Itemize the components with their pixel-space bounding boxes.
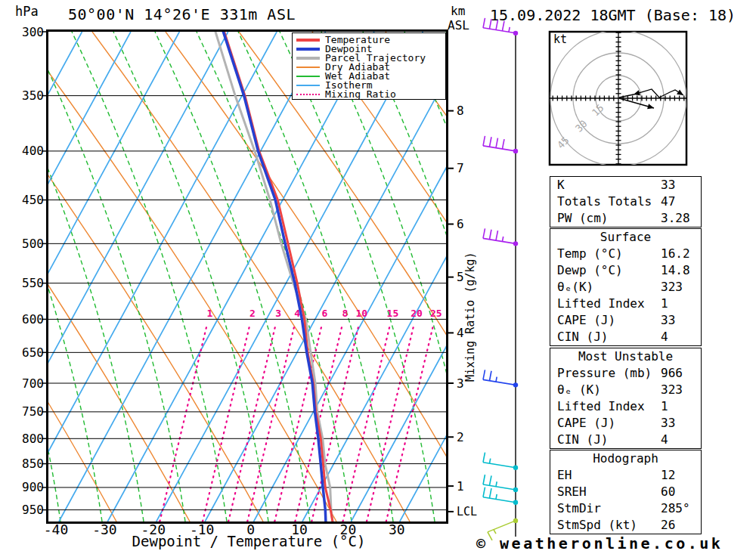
svg-text:900: 900 [22,480,44,494]
row-label: StmSpd (kt) [557,518,637,532]
legend-swatch [296,85,320,86]
parcel-trajectory-line [215,32,333,522]
pressure-axis: 3003504004505005506006507007508008509009… [22,25,47,518]
table-row: Pressure (mb)966 [550,365,701,382]
wind-barb [483,370,518,387]
sounding-profiles [215,32,333,522]
row-value: 33 [661,415,675,432]
mixing-ratio-axis-label: Mixing Ratio (g/kg) [463,252,477,382]
svg-text:1: 1 [206,308,212,319]
table-row: CIN (J)4 [550,432,701,448]
row-label: PW (cm) [557,211,608,225]
svg-text:800: 800 [22,432,44,446]
row-label: Lifted Index [557,399,645,413]
table-row: Lifted Index1 [550,296,701,312]
svg-text:25: 25 [430,308,442,319]
svg-text:20: 20 [411,308,423,319]
table-row: StmSpd (kt)26 [550,517,701,534]
legend-swatch [296,48,320,51]
legend-swatch [296,67,320,68]
wind-barb [483,475,518,492]
hodograph: 153045kt [538,23,699,174]
table-row: EH12 [550,467,701,484]
svg-text:350: 350 [22,88,44,103]
legend-swatch [296,39,320,42]
row-value: 323 [661,382,683,398]
svg-text:300: 300 [22,25,44,39]
stats-table: Most UnstablePressure (mb)966θₑ (K)323Li… [550,348,702,449]
row-value: 4 [661,432,668,448]
table-title: Most Unstable [550,348,701,365]
svg-text:8: 8 [457,104,464,118]
svg-text:2: 2 [249,308,256,319]
stats-table: SurfaceTemp (°C)16.2Dewp (°C)14.8θₑ(K)32… [550,228,702,346]
row-value: 14.8 [661,262,690,279]
svg-text:950: 950 [22,503,44,517]
legend-swatch [296,94,320,95]
legend-label: Mixing Ratio [325,90,396,99]
svg-text:6: 6 [457,217,464,231]
row-label: Temp (°C) [557,246,623,261]
row-value: 1 [661,398,668,415]
copyright: © weatheronline.co.uk [476,534,723,552]
row-label: EH [557,468,572,482]
row-value: 285° [661,500,690,517]
hodograph-unit-label: kt [553,32,567,46]
wind-barbs [483,18,518,540]
row-label: StmDir [557,501,601,515]
svg-text:8: 8 [342,308,348,319]
table-row: Dewp (°C)14.8 [550,262,701,279]
row-value: 26 [661,517,675,534]
table-row: Temp (°C)16.2 [550,246,701,262]
wind-barb [483,136,518,153]
row-label: CIN (J) [557,330,608,344]
table-row: Lifted Index1 [550,398,701,415]
table-row: SREH60 [550,484,701,500]
row-label: Pressure (mb) [557,366,652,380]
table-row: CAPE (J)33 [550,415,701,432]
wind-barb [483,228,518,246]
svg-text:850: 850 [22,457,44,471]
row-label: θₑ (K) [557,382,601,397]
svg-text:10: 10 [355,308,367,319]
svg-text:400: 400 [22,144,44,158]
row-value: 33 [661,177,675,193]
row-label: CAPE (J) [557,416,615,430]
wind-barb [483,18,518,36]
row-value: 966 [661,365,683,382]
legend-item: Mixing Ratio [293,90,445,99]
row-value: 12 [661,467,675,484]
pressure-gridlines [48,96,446,510]
skewt-chart: 1234681015202530035040045050055060065070… [0,0,554,554]
svg-text:450: 450 [22,193,44,207]
row-value: 16.2 [661,246,690,262]
svg-text:550: 550 [22,276,44,290]
row-value: 1 [661,296,668,312]
svg-text:6: 6 [321,308,327,319]
chart-legend: TemperatureDewpointParcel TrajectoryDry … [292,32,446,100]
row-label: θₑ(K) [557,280,593,294]
svg-text:600: 600 [22,312,44,327]
legend-swatch [296,76,320,77]
svg-text:1: 1 [457,479,464,494]
row-value: 323 [661,279,683,296]
row-label: CIN (J) [557,432,608,447]
svg-text:650: 650 [22,345,44,360]
svg-text:500: 500 [22,237,44,251]
table-row: CAPE (J)33 [550,312,701,329]
table-title: Hodograph [550,450,701,467]
table-title: Surface [550,229,701,246]
x-axis-label: Dewpoint / Temperature (°C) [48,533,449,549]
row-value: 33 [661,312,675,329]
row-value: 4 [661,329,668,345]
row-label: Lifted Index [557,296,645,311]
row-value: 3.28 [661,210,690,227]
svg-text:700: 700 [22,376,44,391]
table-row: θₑ(K)323 [550,279,701,296]
table-row: Totals Totals47 [550,193,701,210]
table-row: θₑ (K)323 [550,382,701,398]
row-label: K [557,178,565,192]
stats-table: K33Totals Totals47PW (cm)3.28 [550,176,702,227]
table-row: PW (cm)3.28 [550,210,701,227]
svg-text:2: 2 [457,430,464,444]
